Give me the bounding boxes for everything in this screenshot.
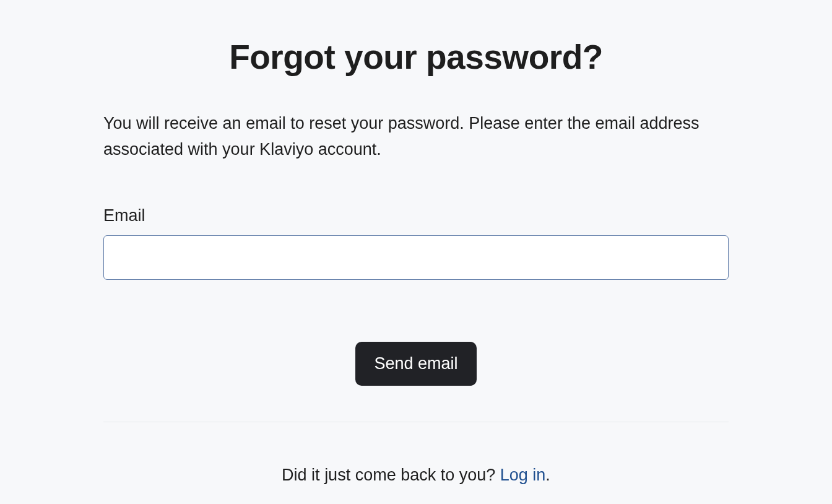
forgot-password-form: Forgot your password? You will receive a… [103, 0, 729, 485]
divider [103, 422, 729, 422]
footer-suffix: . [545, 466, 550, 484]
email-field[interactable] [103, 235, 729, 280]
footer-prompt: Did it just come back to you? Log in. [103, 466, 729, 485]
page-title: Forgot your password? [103, 37, 729, 77]
submit-wrap: Send email [103, 342, 729, 386]
footer-prompt-text: Did it just come back to you? [282, 466, 500, 484]
instruction-text: You will receive an email to reset your … [103, 111, 729, 163]
login-link[interactable]: Log in [500, 466, 546, 484]
email-label: Email [103, 206, 729, 225]
send-email-button[interactable]: Send email [355, 342, 476, 386]
